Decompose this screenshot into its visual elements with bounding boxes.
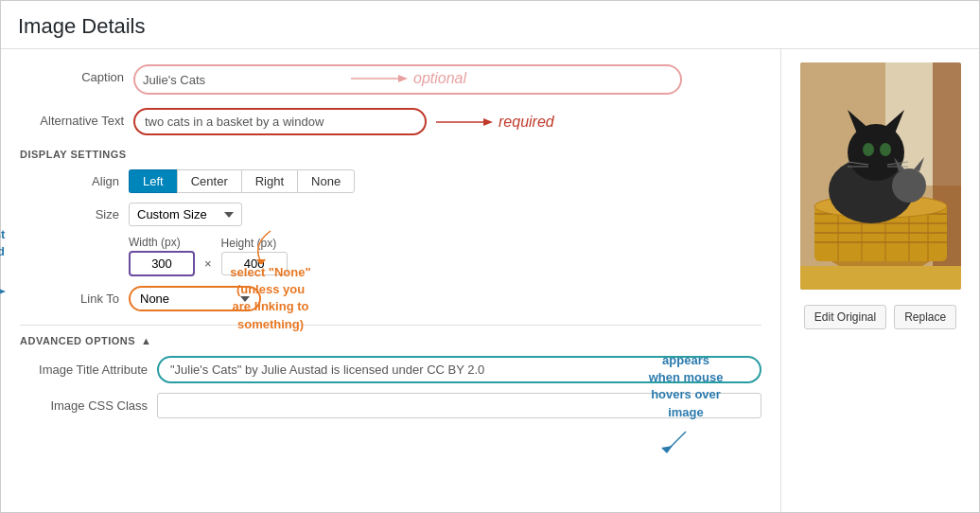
advanced-options-title[interactable]: ADVANCED OPTIONS ▲ <box>20 335 761 346</box>
align-none-button[interactable]: None <box>297 169 355 193</box>
appears-annotation: appearswhen mousehovers overimage <box>649 353 724 419</box>
svg-marker-3 <box>483 118 493 126</box>
required-annotation: required <box>499 114 554 131</box>
display-settings-title: DISPLAY SETTINGS <box>20 149 761 160</box>
svg-point-29 <box>880 143 891 156</box>
svg-marker-5 <box>0 288 6 295</box>
width-must-annotation: width mustnot exceed500 px <box>0 227 5 275</box>
svg-marker-8 <box>661 446 673 453</box>
align-label: Align <box>77 174 129 188</box>
svg-point-25 <box>848 124 904 181</box>
caption-label: Caption <box>20 64 133 84</box>
align-center-button[interactable]: Center <box>177 169 241 193</box>
chevron-up-icon: ▲ <box>141 335 151 346</box>
css-class-label: Image CSS Class <box>20 398 157 413</box>
size-select[interactable]: Custom Size Thumbnail Medium Large Full … <box>129 203 242 226</box>
width-label: Width (px) <box>129 236 195 249</box>
size-label: Size <box>77 207 129 221</box>
svg-point-35 <box>892 168 926 203</box>
width-input[interactable] <box>129 251 195 276</box>
page-title: Image Details <box>1 1 979 49</box>
linkto-label: Link To <box>77 292 129 306</box>
select-none-annotation: select "None"(unless youare linking toso… <box>230 265 310 331</box>
svg-marker-6 <box>256 259 266 264</box>
title-attr-label: Image Title Attribute <box>20 363 157 377</box>
alt-text-input[interactable] <box>133 108 427 135</box>
replace-button[interactable]: Replace <box>894 305 956 329</box>
alt-text-label: Alternative Text <box>20 108 133 128</box>
align-right-button[interactable]: Right <box>241 169 297 193</box>
edit-original-button[interactable]: Edit Original <box>804 305 886 329</box>
align-left-button[interactable]: Left <box>129 169 177 193</box>
cat-image <box>800 62 961 290</box>
align-button-group: Left Center Right None <box>129 169 355 193</box>
svg-point-28 <box>863 143 874 156</box>
svg-marker-1 <box>398 75 408 82</box>
svg-rect-34 <box>800 266 961 290</box>
optional-annotation: optional <box>413 70 466 87</box>
